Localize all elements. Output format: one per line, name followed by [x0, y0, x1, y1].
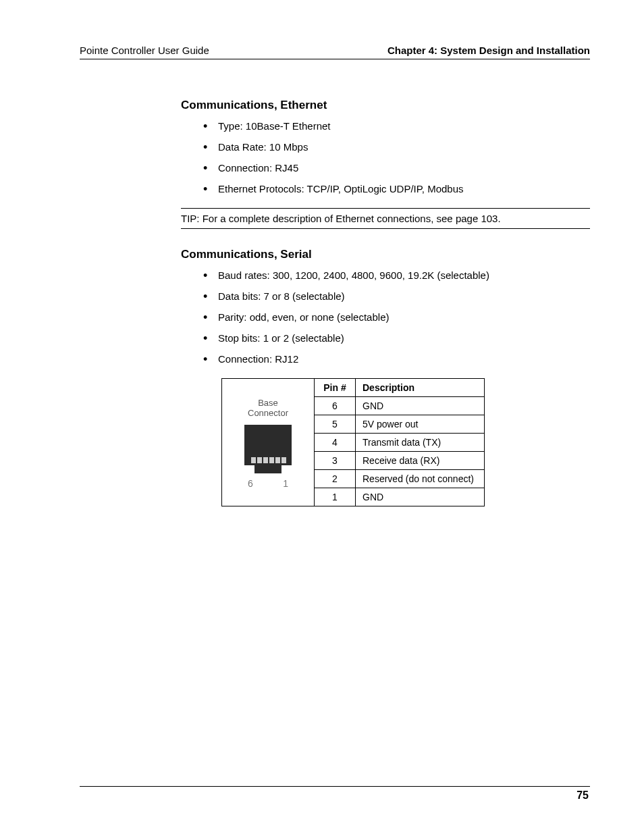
cell-desc: GND [356, 488, 485, 506]
list-item: Connection: RJ45 [218, 161, 590, 175]
cell-desc: GND [356, 397, 485, 415]
svg-rect-5 [269, 457, 274, 463]
table-header-pin: Pin # [315, 379, 356, 397]
cell-pin: 6 [315, 397, 356, 415]
list-item: Data bits: 7 or 8 (selectable) [218, 289, 590, 303]
serial-bullet-list: Baud rates: 300, 1200, 2400, 4800, 9600,… [181, 268, 590, 366]
pin-table: Base Connector 6 [221, 378, 485, 506]
cell-pin: 1 [315, 488, 356, 506]
cell-pin: 2 [315, 470, 356, 488]
list-item: Baud rates: 300, 1200, 2400, 4800, 9600,… [218, 268, 590, 282]
svg-rect-3 [257, 457, 262, 463]
cell-desc: Receive data (RX) [356, 452, 485, 470]
cell-desc: Reserved (do not connect) [356, 470, 485, 488]
ethernet-bullet-list: Type: 10Base-T Ethernet Data Rate: 10 Mb… [181, 119, 590, 196]
cell-desc: Transmit data (TX) [356, 434, 485, 452]
svg-rect-1 [254, 465, 281, 473]
connector-pin-numbers: 6 1 [248, 478, 288, 489]
cell-pin: 5 [315, 415, 356, 434]
svg-rect-4 [263, 457, 268, 463]
cell-desc: 5V power out [356, 415, 485, 434]
list-item: Connection: RJ12 [218, 352, 590, 366]
cell-pin: 4 [315, 434, 356, 452]
list-item: Data Rate: 10 Mbps [218, 140, 590, 154]
header-left: Pointe Controller User Guide [80, 45, 209, 56]
heading-serial: Communications, Serial [181, 248, 590, 261]
cell-pin: 3 [315, 452, 356, 470]
list-item: Stop bits: 1 or 2 (selectable) [218, 331, 590, 345]
list-item: Type: 10Base-T Ethernet [218, 119, 590, 133]
heading-ethernet: Communications, Ethernet [181, 99, 590, 112]
svg-rect-6 [275, 457, 280, 463]
list-item: Parity: odd, even, or none (selectable) [218, 310, 590, 324]
page-header: Pointe Controller User Guide Chapter 4: … [80, 45, 590, 59]
footer-rule [80, 786, 590, 787]
table-header-desc: Description [356, 379, 485, 397]
header-right: Chapter 4: System Design and Installatio… [387, 45, 590, 56]
page-number: 75 [576, 789, 589, 802]
connector-label: Base Connector [229, 398, 307, 419]
tip-box: TIP: For a complete description of Ether… [181, 208, 590, 229]
tip-text: TIP: For a complete description of Ether… [181, 213, 501, 224]
svg-rect-7 [281, 457, 286, 463]
list-item: Ethernet Protocols: TCP/IP, OptiLogic UD… [218, 182, 590, 196]
connector-diagram-cell: Base Connector 6 [222, 379, 315, 506]
rj12-connector-icon [241, 421, 295, 477]
svg-rect-2 [251, 457, 256, 463]
